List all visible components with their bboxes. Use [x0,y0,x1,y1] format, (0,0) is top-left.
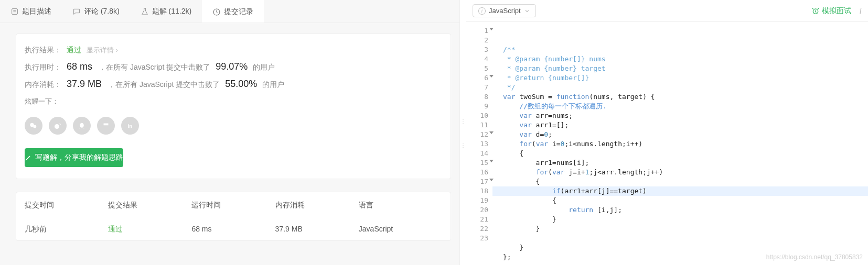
line-number: 3 [466,45,488,54]
description-icon [10,7,19,16]
flask-icon [141,7,149,16]
code-line: { [503,149,868,158]
line-number: 16 [466,168,488,177]
line-number: 19 [466,196,488,205]
line-number: 18 [466,186,488,196]
linkedin-icon[interactable]: in [121,117,139,135]
tab-label: 题目描述 [22,7,51,16]
watermark: https://blog.csdn.net/qq_37805832 [766,252,863,262]
chevron-down-icon [524,8,530,14]
line-number: 9 [466,102,488,111]
tabs: 题目描述 评论 (7.8k) 题解 (11.2k) 提交记录 [0,0,459,23]
th-runtime: 运行时间 [191,201,275,210]
svg-point-6 [55,124,59,129]
code-line: var arr1=[]; [503,120,868,130]
line-number: 13 [466,139,488,149]
code-line: { [503,177,868,186]
line-number: 8 [466,92,488,102]
share-label: 炫耀一下： [25,97,59,106]
runtime-value: 68 ms [67,61,92,72]
code-content[interactable]: /** * @param {number[]} nums * @param {n… [492,22,868,265]
th-lang: 语言 [359,201,442,210]
code-line: arr1=nums[i]; [503,158,868,168]
line-number: 11 [466,120,488,130]
left-panel: 题目描述 评论 (7.8k) 题解 (11.2k) 提交记录 执行结果： 通过 … [0,0,460,265]
code-line: * @param {number[]} nums [503,54,868,64]
line-number: 20 [466,205,488,215]
memory-text2: 的用户 [262,80,284,90]
tab-label: 题解 (11.2k) [152,7,191,16]
tab-submissions[interactable]: 提交记录 [202,0,264,23]
write-solution-button[interactable]: 写题解，分享我的解题思路 [25,148,123,167]
comment-icon [72,7,81,16]
runtime-label: 执行用时： [25,63,61,72]
info-circle-icon: i [478,7,486,15]
exec-result-pass: 通过 [67,46,81,55]
line-number: 12 [466,130,488,139]
line-number: 17 [466,177,488,186]
show-detail-link[interactable]: 显示详情 › [87,46,118,55]
language-select[interactable]: i JavaScript [473,4,536,17]
table-header: 提交时间 提交结果 运行时间 内存消耗 语言 [16,192,451,218]
memory-pct: 55.00% [225,79,257,90]
submissions-table: 提交时间 提交结果 运行时间 内存消耗 语言 几秒前 通过 68 ms 37.9… [16,192,451,241]
svg-point-7 [80,123,84,128]
runtime-text2: 的用户 [253,63,275,72]
line-number: 10 [466,111,488,120]
line-number: 15 [466,158,488,168]
runtime-text1: ，在所有 JavaScript 提交中击败了 [99,63,210,72]
pencil-icon [25,154,32,161]
code-line: */ [503,83,868,92]
line-number: 6 [466,73,488,83]
code-line [503,234,868,243]
code-line: var arr=nums; [503,111,868,120]
svg-text:in: in [128,123,133,129]
svg-rect-0 [12,8,18,14]
code-line: * @return {number[]} [503,73,868,83]
line-gutter: 1234567891011121314151617181920212223 [466,22,492,265]
memory-value: 37.9 MB [67,79,102,90]
th-memory: 内存消耗 [275,201,359,210]
qq-icon[interactable] [73,117,91,135]
alarm-icon [811,7,820,15]
line-number: 5 [466,64,488,73]
panel-splitter[interactable] [460,0,466,265]
tab-solutions[interactable]: 题解 (11.2k) [130,0,202,23]
line-number: 22 [466,224,488,234]
tab-comments[interactable]: 评论 (7.8k) [62,0,130,23]
wechat-icon[interactable] [25,117,42,135]
line-number: 2 [466,36,488,45]
line-number: 1 [466,26,488,36]
douban-icon[interactable] [97,117,115,135]
exec-result-label: 执行结果： [25,46,61,55]
memory-text1: ，在所有 JavaScript 提交中击败了 [108,80,220,90]
code-line: return [i,j]; [503,205,868,215]
result-card: 执行结果： 通过 显示详情 › 执行用时： 68 ms ，在所有 JavaScr… [16,34,451,179]
td-time: 几秒前 [25,225,108,234]
code-line: if(arr1+arr[j]==target) [492,186,868,196]
td-result: 通过 [108,225,191,234]
code-line: for(var j=i+1;j<arr.length;j++) [503,168,868,177]
code-line: { [503,196,868,205]
code-line: var twoSum = function(nums, target) { [503,92,868,102]
table-row[interactable]: 几秒前 通过 68 ms 37.9 MB JavaScript [16,218,451,240]
td-memory: 37.9 MB [275,225,359,234]
info-icon[interactable]: i [860,6,862,16]
memory-label: 内存消耗： [25,80,61,90]
code-line: for(var i=0;i<nums.length;i++) [503,139,868,149]
td-lang: JavaScript [359,225,442,234]
mock-interview-link[interactable]: 模拟面试 [811,6,851,16]
svg-rect-8 [104,124,109,126]
code-editor[interactable]: 1234567891011121314151617181920212223 /*… [466,22,868,265]
language-value: JavaScript [489,7,521,15]
code-line: var d=0; [503,130,868,139]
write-btn-label: 写题解，分享我的解题思路 [35,153,123,162]
code-line: } [503,243,868,252]
code-line: /** [503,45,868,54]
weibo-icon[interactable] [49,117,67,135]
line-number: 21 [466,215,488,224]
mock-label: 模拟面试 [822,6,851,16]
tab-description[interactable]: 题目描述 [0,0,62,23]
right-panel: i JavaScript 模拟面试 i 12345678910111213141… [466,0,868,265]
clock-icon [212,8,221,16]
